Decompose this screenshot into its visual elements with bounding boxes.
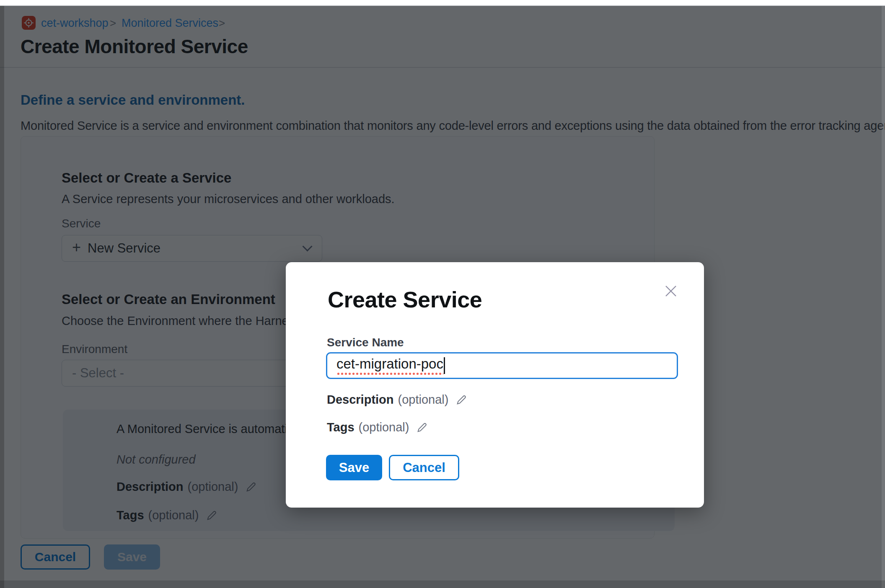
tags-label: Tags	[327, 420, 355, 434]
modal-tags-row: Tags (optional)	[327, 420, 428, 434]
create-service-modal: Create Service Service Name cet-migratio…	[286, 262, 704, 508]
window-bottom-edge	[0, 580, 885, 588]
optional-suffix: (optional)	[398, 393, 449, 407]
scrollbar-gutter[interactable]	[882, 5, 885, 588]
service-name-input[interactable]: cet-migration-poc	[326, 352, 678, 379]
optional-suffix: (optional)	[359, 420, 409, 434]
modal-description-row: Description (optional)	[327, 393, 468, 407]
service-name-label: Service Name	[327, 336, 404, 349]
modal-title: Create Service	[328, 286, 482, 312]
edit-pencil-icon[interactable]	[416, 421, 428, 434]
modal-save-button[interactable]: Save	[326, 455, 382, 480]
text-caret	[444, 357, 445, 374]
window-left-edge	[0, 5, 4, 588]
service-name-value: cet-migration-poc	[336, 356, 443, 375]
close-icon[interactable]	[664, 284, 678, 298]
screen: cet-workshop > Monitored Services > Crea…	[0, 0, 885, 588]
description-label: Description	[327, 393, 394, 407]
window-top-bar	[0, 0, 885, 6]
edit-pencil-icon[interactable]	[455, 394, 468, 406]
modal-cancel-button[interactable]: Cancel	[389, 455, 459, 480]
